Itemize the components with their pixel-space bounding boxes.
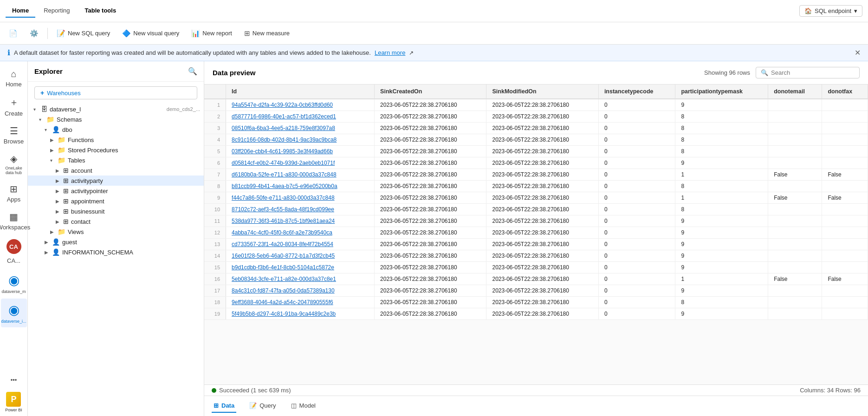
- table-row[interactable]: 15 b9d1cdbb-f3b6-4e1f-8cb0-5104a1c5872e …: [204, 262, 868, 273]
- tree-table-activitypointer[interactable]: ▶ ⊞ activitypointer: [28, 186, 204, 196]
- schemas-label: Schemas: [57, 116, 200, 123]
- table-row[interactable]: 11 538da977-36f3-461b-87c5-1bf9e81aea24 …: [204, 215, 868, 227]
- table-row[interactable]: 13 cd733567-23f1-4a20-8034-8fe4f72b4554 …: [204, 239, 868, 250]
- col-id-header[interactable]: Id: [226, 84, 375, 99]
- col-participationtypemask-header[interactable]: participationtypemask: [675, 84, 768, 99]
- cell-donotemail: [768, 227, 822, 239]
- learn-more-link[interactable]: Learn more: [375, 49, 405, 56]
- col-donotfax-header[interactable]: donotfax: [822, 84, 868, 99]
- tab-query[interactable]: 📝 Query: [247, 399, 278, 413]
- table-row[interactable]: 1 94a5547e-d2fa-4c39-922a-0cb63ffd0d60 2…: [204, 99, 868, 111]
- new-measure-button[interactable]: ⊞ New measure: [239, 26, 295, 40]
- col-donotemail-header[interactable]: donotemail: [768, 84, 822, 99]
- row-number: 3: [204, 123, 226, 134]
- cell-sinkcreatedon: 2023-06-05T22:28:38.2706180: [375, 157, 486, 169]
- tree-table-account[interactable]: ▶ ⊞ account: [28, 165, 204, 176]
- tab-table-tools[interactable]: Table tools: [78, 4, 123, 18]
- toolbar-settings-btn[interactable]: ⚙️: [25, 26, 44, 40]
- col-sinkcreatedon-header[interactable]: SinkCreatedOn: [375, 84, 486, 99]
- cell-id: 5eb0834d-3cfe-e711-a82e-000d3a37c8e1: [226, 273, 375, 285]
- nav-item-browse[interactable]: ☰ Browse: [1, 122, 27, 149]
- search-icon[interactable]: 🔍: [188, 67, 197, 76]
- table-row[interactable]: 7 d6180b0a-52fe-e711-a830-000d3a37c848 2…: [204, 169, 868, 181]
- nav-ca-label: CA...: [7, 257, 20, 264]
- cell-sinkcreatedon: 2023-06-05T22:28:38.2706180: [375, 297, 486, 308]
- sidebar-tree: ▾ 🗄 dataverse_l demo_cds2_... ▾ 📁 Schema…: [28, 104, 204, 416]
- nav-item-home[interactable]: ⌂ Home: [1, 65, 27, 91]
- table-row[interactable]: 14 16e01f28-5eb6-46a0-8772-b1a7d3f2cb45 …: [204, 250, 868, 262]
- col-sinkmodifiedon-header[interactable]: SinkModifiedOn: [486, 84, 598, 99]
- data-area: Data preview Showing 96 rows 🔍 Id: [204, 61, 868, 416]
- tree-views[interactable]: ▶ 📁 Views: [28, 227, 204, 237]
- tree-table-activityparty[interactable]: ▶ ⊞ activityparty: [28, 176, 204, 186]
- tab-data[interactable]: ⊞ Data: [212, 399, 236, 413]
- dbo-chevron-icon: ▾: [45, 127, 52, 132]
- table-row[interactable]: 16 5eb0834d-3cfe-e711-a82e-000d3a37c8e1 …: [204, 273, 868, 285]
- banner-close-button[interactable]: ✕: [855, 48, 861, 57]
- add-warehouse-button[interactable]: + Warehouses: [34, 86, 197, 99]
- table-row[interactable]: 6 d05814cf-e0b2-474b-939d-2aeb0eb1071f 2…: [204, 157, 868, 169]
- tree-functions[interactable]: ▶ 📁 Functions: [28, 135, 204, 145]
- new-report-button[interactable]: 📊 New report: [186, 26, 237, 40]
- cell-donotemail: [768, 239, 822, 250]
- tree-guest[interactable]: ▶ 👤 guest: [28, 237, 204, 247]
- row-num-header: [204, 84, 226, 99]
- nav-item-dataverse-i[interactable]: ◉ dataverse_i...: [1, 299, 27, 327]
- new-measure-label: New measure: [253, 30, 290, 37]
- cell-donotfax: [822, 250, 868, 262]
- cell-instancetypecode: 0: [598, 204, 675, 215]
- table-row[interactable]: 12 4abba74c-4cf0-45f0-8c6f-a2e73b9540ca …: [204, 227, 868, 239]
- tree-dbo[interactable]: ▾ 👤 dbo: [28, 124, 204, 135]
- new-visual-query-button[interactable]: 🔷 New visual query: [117, 26, 184, 40]
- col-instancetypecode-header[interactable]: instancetypecode: [598, 84, 675, 99]
- cell-donotfax: [822, 285, 868, 297]
- table-row[interactable]: 8 b81ccb99-4b41-4aea-b7c5-e96e05200b0a 2…: [204, 181, 868, 192]
- tree-root[interactable]: ▾ 🗄 dataverse_l demo_cds2_...: [28, 104, 204, 114]
- tab-model[interactable]: ◫ Model: [289, 399, 317, 413]
- row-number: 19: [204, 308, 226, 320]
- table-row[interactable]: 10 87102c72-aef3-4c55-8ada-48f19cd099ee …: [204, 204, 868, 215]
- tree-tables[interactable]: ▾ 📁 Tables: [28, 155, 204, 165]
- table-row[interactable]: 2 d5877716-6986-40e1-ac57-bf1d362eced1 2…: [204, 111, 868, 123]
- cell-participation: 9: [675, 157, 768, 169]
- functions-chevron-icon: ▶: [50, 137, 58, 143]
- model-tab-icon: ◫: [291, 402, 297, 409]
- nav-item-ca[interactable]: CA CA...: [1, 235, 27, 268]
- cell-donotfax: [822, 227, 868, 239]
- nav-item-onelake[interactable]: ◈ OneLake data hub: [1, 150, 27, 179]
- table-tab-icon: ⊞: [214, 402, 219, 409]
- tree-schemas[interactable]: ▾ 📁 Schemas: [28, 114, 204, 124]
- account-chevron-icon: ▶: [56, 168, 63, 173]
- tab-reporting[interactable]: Reporting: [37, 4, 76, 18]
- table-wrapper[interactable]: Id SinkCreatedOn SinkModifiedOn instance…: [204, 84, 868, 384]
- table-row[interactable]: 4 8c91c166-08db-402d-8b41-9ac39ac9bca8 2…: [204, 134, 868, 146]
- toolbar-btn-1[interactable]: 📄: [4, 26, 23, 40]
- search-box[interactable]: 🔍: [756, 67, 860, 78]
- tree-table-businessunit[interactable]: ▶ ⊞ businessunit: [28, 206, 204, 216]
- tab-home[interactable]: Home: [6, 4, 35, 18]
- cell-sinkmodifiedon: 2023-06-05T22:28:38.2706180: [486, 146, 598, 157]
- table-row[interactable]: 5 03ff206e-cbb4-4c61-9985-3e3f449ad66b 2…: [204, 146, 868, 157]
- tree-stored-procedures[interactable]: ▶ 📁 Stored Procedures: [28, 145, 204, 155]
- table-row[interactable]: 18 9eff3688-4046-4a2d-a54c-2047890555f6 …: [204, 297, 868, 308]
- new-sql-query-button[interactable]: 📝 New SQL query: [52, 26, 115, 40]
- table-row[interactable]: 17 8a4c31c0-fd87-47fa-a05d-0da57389a130 …: [204, 285, 868, 297]
- nav-more-button[interactable]: •••: [1, 373, 27, 387]
- table-row[interactable]: 9 f44c7a86-50fe-e711-a830-000d3a37c848 2…: [204, 192, 868, 204]
- nav-item-workspaces[interactable]: ▦ Workspaces: [1, 208, 27, 234]
- tree-info-schema[interactable]: ▶ 👤 INFORMATION_SCHEMA: [28, 247, 204, 257]
- nav-item-apps[interactable]: ⊞ Apps: [1, 180, 27, 207]
- cell-id: b9d1cdbb-f3b6-4e1f-8cb0-5104a1c5872e: [226, 262, 375, 273]
- sql-endpoint-button[interactable]: 🏠 SQL endpoint ▾: [799, 5, 862, 17]
- status-success: Succeeded (1 sec 639 ms): [212, 387, 291, 394]
- tree-table-appointment[interactable]: ▶ ⊞ appointment: [28, 196, 204, 206]
- table-row[interactable]: 19 5f49b5b8-d297-4c81-91ba-9ca4489c2e3b …: [204, 308, 868, 320]
- cell-sinkcreatedon: 2023-06-05T22:28:38.2706180: [375, 146, 486, 157]
- tree-table-contact[interactable]: ▶ ⊞ contact: [28, 216, 204, 227]
- nav-item-create[interactable]: ＋ Create: [1, 92, 27, 121]
- info-schema-icon: 👤: [52, 248, 60, 256]
- cell-id: d05814cf-e0b2-474b-939d-2aeb0eb1071f: [226, 157, 375, 169]
- table-row[interactable]: 3 08510f6a-6ba3-4ee5-a218-759e8f3097a8 2…: [204, 123, 868, 134]
- nav-item-dataverse-m[interactable]: ◉ dataverse_m: [1, 269, 27, 298]
- search-input[interactable]: [771, 69, 855, 76]
